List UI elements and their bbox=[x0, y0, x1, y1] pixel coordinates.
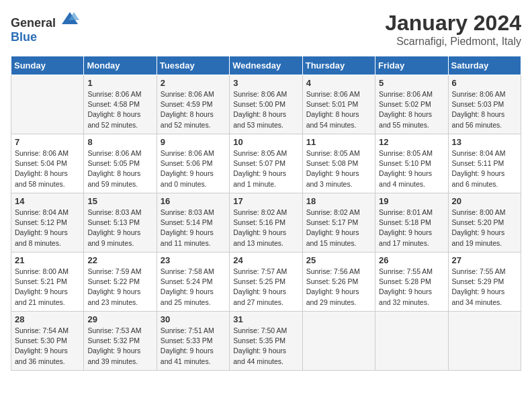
calendar-cell: 28Sunrise: 7:54 AMSunset: 5:30 PMDayligh… bbox=[11, 312, 84, 371]
calendar-body: 1Sunrise: 8:06 AMSunset: 4:58 PMDaylight… bbox=[11, 75, 521, 371]
day-info: Sunrise: 7:53 AMSunset: 5:32 PMDaylight:… bbox=[87, 326, 141, 365]
day-number: 10 bbox=[233, 137, 298, 147]
calendar-week-2: 7Sunrise: 8:06 AMSunset: 5:04 PMDaylight… bbox=[11, 134, 521, 193]
calendar-week-3: 14Sunrise: 8:04 AMSunset: 5:12 PMDayligh… bbox=[11, 193, 521, 253]
day-info: Sunrise: 8:02 AMSunset: 5:17 PMDaylight:… bbox=[306, 208, 360, 247]
calendar-cell bbox=[375, 312, 448, 371]
day-info: Sunrise: 8:03 AMSunset: 5:13 PMDaylight:… bbox=[87, 208, 141, 247]
calendar-cell: 21Sunrise: 8:00 AMSunset: 5:21 PMDayligh… bbox=[11, 253, 84, 312]
day-number: 1 bbox=[87, 78, 152, 88]
day-info: Sunrise: 8:01 AMSunset: 5:18 PMDaylight:… bbox=[379, 208, 433, 247]
day-number: 26 bbox=[379, 255, 444, 265]
calendar-cell: 7Sunrise: 8:06 AMSunset: 5:04 PMDaylight… bbox=[11, 134, 84, 193]
calendar-cell bbox=[11, 75, 84, 134]
calendar-cell: 14Sunrise: 8:04 AMSunset: 5:12 PMDayligh… bbox=[11, 193, 84, 253]
day-info: Sunrise: 7:59 AMSunset: 5:22 PMDaylight:… bbox=[87, 267, 141, 306]
day-number: 15 bbox=[87, 196, 152, 206]
calendar-cell: 6Sunrise: 8:06 AMSunset: 5:03 PMDaylight… bbox=[448, 75, 521, 134]
day-info: Sunrise: 8:06 AMSunset: 5:05 PMDaylight:… bbox=[87, 149, 141, 188]
calendar-cell bbox=[448, 312, 521, 371]
day-number: 4 bbox=[306, 78, 371, 88]
day-number: 7 bbox=[15, 137, 80, 147]
day-number: 6 bbox=[452, 78, 517, 88]
calendar-cell: 30Sunrise: 7:51 AMSunset: 5:33 PMDayligh… bbox=[157, 312, 229, 371]
day-info: Sunrise: 8:04 AMSunset: 5:11 PMDaylight:… bbox=[452, 149, 506, 188]
header-tuesday: Tuesday bbox=[157, 56, 229, 75]
header-thursday: Thursday bbox=[302, 56, 375, 75]
calendar-cell: 8Sunrise: 8:06 AMSunset: 5:05 PMDaylight… bbox=[84, 134, 157, 193]
day-number: 20 bbox=[452, 196, 517, 206]
day-number: 29 bbox=[87, 314, 152, 324]
calendar-cell: 9Sunrise: 8:06 AMSunset: 5:06 PMDaylight… bbox=[157, 134, 229, 193]
day-number: 16 bbox=[161, 196, 226, 206]
calendar-cell: 16Sunrise: 8:03 AMSunset: 5:14 PMDayligh… bbox=[157, 193, 229, 253]
day-number: 23 bbox=[161, 255, 226, 265]
calendar-week-5: 28Sunrise: 7:54 AMSunset: 5:30 PMDayligh… bbox=[11, 312, 521, 371]
day-info: Sunrise: 8:06 AMSunset: 5:00 PMDaylight:… bbox=[233, 90, 287, 129]
day-info: Sunrise: 8:06 AMSunset: 4:59 PMDaylight:… bbox=[161, 90, 214, 129]
calendar-cell: 12Sunrise: 8:05 AMSunset: 5:10 PMDayligh… bbox=[375, 134, 448, 193]
day-info: Sunrise: 7:51 AMSunset: 5:33 PMDaylight:… bbox=[161, 326, 214, 365]
calendar-cell: 13Sunrise: 8:04 AMSunset: 5:11 PMDayligh… bbox=[448, 134, 521, 193]
calendar-cell: 25Sunrise: 7:56 AMSunset: 5:26 PMDayligh… bbox=[302, 253, 375, 312]
calendar-cell: 22Sunrise: 7:59 AMSunset: 5:22 PMDayligh… bbox=[84, 253, 157, 312]
title-area: January 2024 Scarnafigi, Piedmont, Italy bbox=[385, 11, 521, 48]
calendar-cell: 10Sunrise: 8:05 AMSunset: 5:07 PMDayligh… bbox=[230, 134, 302, 193]
day-info: Sunrise: 7:56 AMSunset: 5:26 PMDaylight:… bbox=[306, 267, 360, 306]
logo-text: General Blue bbox=[11, 11, 79, 44]
day-number: 27 bbox=[452, 255, 517, 265]
day-number: 14 bbox=[15, 196, 80, 206]
day-number: 31 bbox=[233, 314, 298, 324]
day-number: 8 bbox=[87, 137, 152, 147]
calendar-cell: 11Sunrise: 8:05 AMSunset: 5:08 PMDayligh… bbox=[302, 134, 375, 193]
day-number: 22 bbox=[87, 255, 152, 265]
day-number: 28 bbox=[15, 314, 80, 324]
day-info: Sunrise: 7:55 AMSunset: 5:28 PMDaylight:… bbox=[379, 267, 433, 306]
calendar-cell: 23Sunrise: 7:58 AMSunset: 5:24 PMDayligh… bbox=[157, 253, 229, 312]
day-info: Sunrise: 8:05 AMSunset: 5:10 PMDaylight:… bbox=[379, 149, 433, 188]
day-number: 5 bbox=[379, 78, 444, 88]
calendar-cell: 3Sunrise: 8:06 AMSunset: 5:00 PMDaylight… bbox=[230, 75, 302, 134]
header-wednesday: Wednesday bbox=[230, 56, 302, 75]
day-number: 9 bbox=[161, 137, 226, 147]
day-number: 21 bbox=[15, 255, 80, 265]
header-friday: Friday bbox=[375, 56, 448, 75]
day-info: Sunrise: 8:00 AMSunset: 5:21 PMDaylight:… bbox=[15, 267, 69, 306]
day-number: 3 bbox=[233, 78, 298, 88]
calendar-week-4: 21Sunrise: 8:00 AMSunset: 5:21 PMDayligh… bbox=[11, 253, 521, 312]
calendar-cell: 17Sunrise: 8:02 AMSunset: 5:16 PMDayligh… bbox=[230, 193, 302, 253]
day-info: Sunrise: 8:03 AMSunset: 5:14 PMDaylight:… bbox=[161, 208, 214, 247]
day-number: 19 bbox=[379, 196, 444, 206]
day-info: Sunrise: 7:58 AMSunset: 5:24 PMDaylight:… bbox=[161, 267, 214, 306]
logo: General Blue bbox=[11, 11, 79, 44]
header-saturday: Saturday bbox=[448, 56, 521, 75]
calendar-cell: 5Sunrise: 8:06 AMSunset: 5:02 PMDaylight… bbox=[375, 75, 448, 134]
calendar-cell: 4Sunrise: 8:06 AMSunset: 5:01 PMDaylight… bbox=[302, 75, 375, 134]
header-monday: Monday bbox=[84, 56, 157, 75]
day-number: 12 bbox=[379, 137, 444, 147]
day-info: Sunrise: 7:57 AMSunset: 5:25 PMDaylight:… bbox=[233, 267, 287, 306]
calendar-cell: 20Sunrise: 8:00 AMSunset: 5:20 PMDayligh… bbox=[448, 193, 521, 253]
day-number: 2 bbox=[161, 78, 226, 88]
day-info: Sunrise: 8:02 AMSunset: 5:16 PMDaylight:… bbox=[233, 208, 287, 247]
calendar-cell: 29Sunrise: 7:53 AMSunset: 5:32 PMDayligh… bbox=[84, 312, 157, 371]
calendar-cell bbox=[302, 312, 375, 371]
day-number: 11 bbox=[306, 137, 371, 147]
day-number: 24 bbox=[233, 255, 298, 265]
day-info: Sunrise: 8:05 AMSunset: 5:07 PMDaylight:… bbox=[233, 149, 287, 188]
day-number: 17 bbox=[233, 196, 298, 206]
day-info: Sunrise: 8:06 AMSunset: 5:01 PMDaylight:… bbox=[306, 90, 360, 129]
day-info: Sunrise: 8:05 AMSunset: 5:08 PMDaylight:… bbox=[306, 149, 360, 188]
calendar-cell: 2Sunrise: 8:06 AMSunset: 4:59 PMDaylight… bbox=[157, 75, 229, 134]
calendar-cell: 19Sunrise: 8:01 AMSunset: 5:18 PMDayligh… bbox=[375, 193, 448, 253]
day-info: Sunrise: 8:04 AMSunset: 5:12 PMDaylight:… bbox=[15, 208, 69, 247]
day-info: Sunrise: 8:00 AMSunset: 5:20 PMDaylight:… bbox=[452, 208, 506, 247]
calendar-cell: 27Sunrise: 7:55 AMSunset: 5:29 PMDayligh… bbox=[448, 253, 521, 312]
day-info: Sunrise: 8:06 AMSunset: 5:03 PMDaylight:… bbox=[452, 90, 506, 129]
calendar-cell: 18Sunrise: 8:02 AMSunset: 5:17 PMDayligh… bbox=[302, 193, 375, 253]
page-header: General Blue January 2024 Scarnafigi, Pi… bbox=[11, 11, 521, 48]
day-number: 30 bbox=[161, 314, 226, 324]
month-title: January 2024 bbox=[385, 11, 521, 36]
day-number: 18 bbox=[306, 196, 371, 206]
day-info: Sunrise: 7:54 AMSunset: 5:30 PMDaylight:… bbox=[15, 326, 69, 365]
